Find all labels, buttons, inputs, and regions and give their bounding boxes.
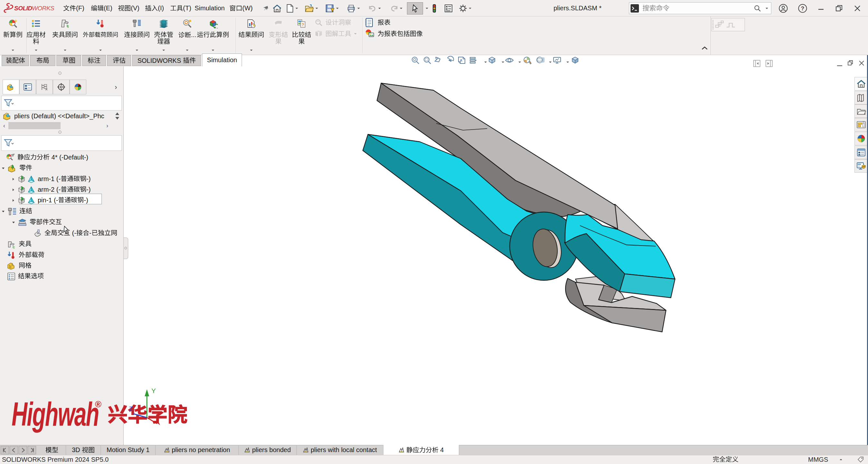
svg-text:Y: Y	[151, 387, 156, 394]
svg-text:Z: Z	[129, 405, 133, 412]
